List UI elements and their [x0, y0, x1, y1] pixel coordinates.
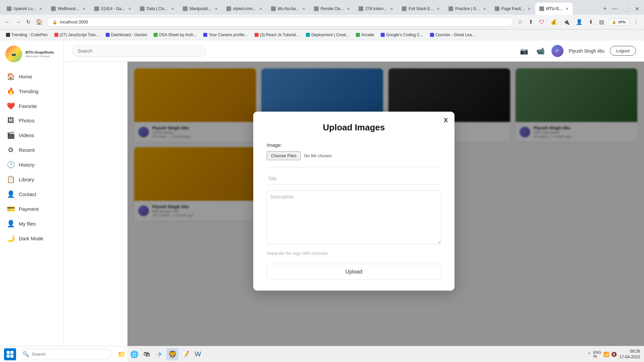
taskbar-chevron-icon[interactable]: ⌃ [587, 352, 591, 357]
browser-tab[interactable]: IIITU-S... ✕ [535, 3, 573, 15]
sidebar-item-darkmode[interactable]: 🌙 Dark Mode [0, 231, 63, 246]
sidebar-label-videos: Videos [19, 132, 34, 138]
photos-icon: 🖼 [7, 117, 15, 124]
sidebar-item-library[interactable]: 📋 Library [0, 172, 63, 187]
extensions-button[interactable]: 🔌 [561, 17, 572, 26]
contact-icon: 👤 [7, 190, 15, 198]
taskbar-brave[interactable]: 🦁 [166, 348, 178, 360]
bookmark-item[interactable]: (27) JavaScript Tuto... [52, 32, 102, 38]
share-button[interactable]: ⬆ [527, 17, 535, 26]
logo-image: 📷 [5, 46, 22, 62]
browser-tab[interactable]: Render Da... ✕ [310, 3, 354, 15]
taskbar-file-explorer[interactable]: 📁 [115, 348, 127, 360]
description-textarea[interactable] [267, 190, 441, 244]
camera-icon-button[interactable]: 📷 [519, 46, 530, 56]
bookmark-item[interactable]: Trending - CodePen [3, 32, 50, 38]
taskbar-right: ⌃ ENG IN 📶 🔇 09:28 17-04-2023 [587, 349, 640, 360]
sidebar-item-history[interactable]: 🕐 History [0, 157, 63, 172]
taskbar-apps: 📁 🌐 🛍 ✈ 🦁 📝 W [115, 348, 204, 360]
bookmark-item[interactable]: Arcade [353, 32, 377, 38]
restore-button[interactable]: ⬜ [621, 4, 632, 13]
browser-tab[interactable]: styled-com... ✕ [222, 3, 266, 15]
brave-shield[interactable]: 🛡 [537, 18, 546, 26]
taskbar-telegram[interactable]: ✈ [154, 348, 166, 360]
sidebar-nav: 🏠 Home 🔥 Trending ❤️ Favorite 🖼 Photos 🎬… [0, 69, 63, 357]
browser-tab[interactable]: Practice | G... ✕ [444, 3, 490, 15]
sidebar-item-myfiles[interactable]: 👤 My files [0, 216, 63, 231]
bookmark-item[interactable]: Deployment | Creat... [303, 32, 352, 38]
taskbar-word[interactable]: W [192, 348, 204, 360]
sidebar-toggle[interactable]: ▤ [597, 17, 606, 26]
browser-tab[interactable]: 278 Intern... ✕ [355, 3, 397, 15]
address-text: localhost:3000 [60, 19, 88, 24]
wallet-button[interactable]: 💰 [548, 17, 559, 26]
sidebar-label-darkmode: Dark Mode [19, 236, 43, 241]
bookmark-button[interactable]: ☆ [516, 17, 525, 26]
sidebar-item-videos[interactable]: 🎬 Videos [0, 128, 63, 142]
browser-tab[interactable]: Page Fault... ✕ [491, 3, 535, 15]
browser-tab[interactable]: iiitu-frp-ba... ✕ [267, 3, 309, 15]
browser-tab[interactable]: Full Stack E... ✕ [398, 3, 444, 15]
browser-tab[interactable]: Upwork Lo... ✕ [3, 3, 46, 15]
address-bar[interactable]: 🔒 localhost:3000 [47, 17, 513, 27]
main-content: Piyush Singh iiitu Covid testing 55 view… [127, 62, 644, 362]
bookmarks-bar: Trending - CodePen(27) JavaScript Tuto..… [0, 29, 644, 40]
modal-close-button[interactable]: X [444, 117, 448, 124]
sidebar-item-contact[interactable]: 👤 Contact [0, 187, 63, 201]
window-controls: — ⬜ ✕ [610, 4, 641, 13]
forward-button[interactable]: → [14, 18, 22, 26]
header-icons: 📷 📹 P Piyush Singh iiitu Logout [519, 45, 636, 57]
header-search-input[interactable] [72, 45, 206, 57]
upload-modal: X Upload Images Image: Choose Files No f… [253, 112, 454, 291]
choose-files-button[interactable]: Choose Files [267, 151, 301, 160]
more-button[interactable]: ⋮ [631, 17, 641, 26]
taskbar-search-box[interactable]: 🔍 [17, 349, 111, 359]
modal-title: Upload Images [267, 122, 441, 133]
sidebar-label-home: Home [19, 74, 32, 79]
sidebar-item-favorite[interactable]: ❤️ Favorite [0, 99, 63, 113]
new-tab-button[interactable]: + [600, 4, 609, 14]
browser-tab[interactable]: Wellfound... ✕ [47, 3, 89, 15]
sidebar-item-recent[interactable]: ⚙ Recent [0, 142, 63, 157]
bookmark-item[interactable]: (3) React Js Tutorial... [252, 32, 302, 38]
bookmark-item[interactable]: Courses - Great Lea... [427, 32, 478, 38]
back-button[interactable]: ← [3, 18, 11, 26]
logout-button[interactable]: Logout [610, 46, 636, 56]
taskbar: 🔍 📁 🌐 🛍 ✈ 🦁 📝 W ⌃ ENG IN 📶 🔇 09:28 17-04… [0, 346, 644, 362]
file-input-wrapper: Choose Files No file chosen [267, 151, 441, 160]
minimize-button[interactable]: — [610, 4, 620, 13]
bookmark-item[interactable]: Google's Coding C... [378, 32, 426, 38]
close-button[interactable]: ✕ [633, 4, 641, 13]
upload-button[interactable]: Upload [267, 264, 441, 280]
bookmark-item[interactable]: DSA Sheet by Arsh... [151, 32, 199, 38]
sidebar-item-trending[interactable]: 🔥 Trending [0, 84, 63, 99]
taskbar-vscode[interactable]: 📝 [179, 348, 191, 360]
bookmark-item[interactable]: Dashboard - Gemini [103, 32, 150, 38]
taskbar-search-input[interactable] [32, 352, 99, 357]
download-button[interactable]: ⬇ [587, 17, 595, 26]
home-nav-button[interactable]: 🏠 [35, 17, 44, 26]
bookmark-item[interactable]: Your Careers profile... [201, 32, 250, 38]
taskbar-store[interactable]: 🛍 [141, 348, 153, 360]
vpn-button[interactable]: 🔒 VPN [608, 18, 629, 25]
taskbar-edge[interactable]: 🌐 [128, 348, 140, 360]
sidebar-item-payment[interactable]: 💳 Payment [0, 201, 63, 216]
start-button[interactable] [4, 348, 16, 360]
sidebar-label-contact: Contact [19, 191, 36, 197]
sidebar-label-payment: Payment [19, 206, 39, 212]
reload-button[interactable]: ↻ [25, 17, 32, 26]
sidebar-item-photos[interactable]: 🖼 Photos [0, 113, 63, 128]
profile-button[interactable]: 👤 [574, 17, 585, 26]
sound-icon: 🔇 [611, 352, 617, 357]
sidebar-label-recent: Recent [19, 147, 35, 153]
browser-tab[interactable]: Manipulati... ✕ [179, 3, 222, 15]
video-icon-button[interactable]: 📹 [535, 46, 546, 56]
sidebar-item-home[interactable]: 🏠 Home [0, 69, 63, 84]
user-avatar: P [551, 45, 564, 57]
title-input[interactable] [267, 173, 441, 185]
sidebar: 📷 IIITU-SnapShots Memories Forever 🏠 Hom… [0, 40, 64, 362]
browser-tab[interactable]: Data | Clu... ✕ [136, 3, 178, 15]
browser-tab[interactable]: S1914 - Ga... ✕ [90, 3, 135, 15]
sidebar-label-photos: Photos [19, 118, 35, 123]
history-icon: 🕐 [7, 161, 15, 169]
